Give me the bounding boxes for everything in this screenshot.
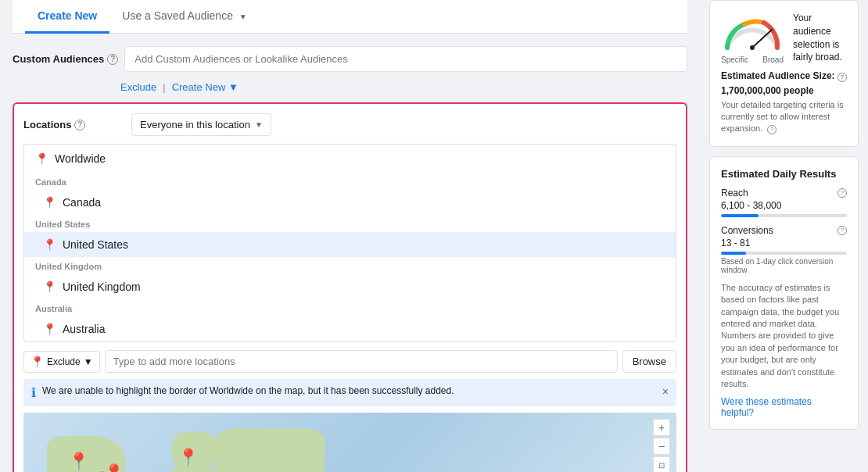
- reach-value: 6,100 - 38,000: [721, 200, 847, 211]
- locations-header: Locations ? Everyone in this location ▼: [23, 113, 676, 136]
- results-card: Estimated Daily Results Reach ? 6,100 - …: [709, 156, 859, 431]
- conversions-metric: Conversions ? 13 - 81 Based on 1-day cli…: [721, 225, 847, 274]
- worldwide-pin-icon: 📍: [35, 152, 48, 165]
- reach-progress-fill: [721, 214, 759, 217]
- svg-point-1: [750, 45, 755, 50]
- us-group-label: United States: [24, 215, 676, 232]
- gauge-description: Your audience selection is fairly broad.: [793, 12, 847, 64]
- locations-label: Locations ?: [23, 119, 125, 131]
- canada-pin-icon: 📍: [43, 196, 56, 209]
- worldwide-option[interactable]: 📍 Worldwide: [24, 145, 676, 173]
- aus-group-label: Australia: [24, 299, 676, 316]
- aus-group: Australia 📍 Australia: [24, 299, 676, 341]
- exclude-locations-btn[interactable]: 📍 Exclude ▼: [23, 351, 100, 373]
- tab-saved-audience[interactable]: Use a Saved Audience ▼: [109, 0, 259, 34]
- aus-pin-icon: 📍: [43, 323, 56, 335]
- uk-option[interactable]: 📍 United Kingdom: [24, 274, 676, 299]
- locations-dropdown-list: 📍 Worldwide Canada 📍 Canada United State…: [23, 144, 676, 342]
- gauge-area: Specific Broad Your audience selection i…: [721, 12, 847, 64]
- reach-label: Reach ?: [721, 188, 847, 198]
- create-new-link[interactable]: Create New ▼: [172, 81, 239, 93]
- helpful-link[interactable]: Were these estimates helpful?: [721, 396, 847, 418]
- custom-audiences-input[interactable]: [124, 46, 687, 72]
- gauge-labels: Specific Broad: [721, 55, 784, 64]
- custom-audiences-label: Custom Audiences ?: [13, 53, 118, 65]
- tab-bar: Create New Use a Saved Audience ▼: [13, 0, 687, 34]
- canada-group-label: Canada: [24, 173, 676, 190]
- conversions-info-icon[interactable]: ?: [838, 226, 847, 235]
- audience-size-value: 1,700,000,000 people: [721, 85, 847, 96]
- location-dropdown[interactable]: Everyone in this location ▼: [131, 113, 271, 136]
- map-reset-button[interactable]: ⊡: [653, 456, 670, 472]
- gauge-card: Specific Broad Your audience selection i…: [709, 0, 859, 147]
- browse-button[interactable]: Browse: [622, 350, 676, 373]
- exclude-btn-arrow: ▼: [84, 356, 93, 367]
- map-background: 📍 📍 📍 📍 + − ⊡ 📍 Drop Pin ©: [23, 413, 676, 472]
- audience-size-title: Estimated Audience Size: ?: [721, 70, 847, 82]
- right-panel: Specific Broad Your audience selection i…: [700, 0, 868, 472]
- custom-audiences-info-icon[interactable]: ?: [107, 54, 118, 65]
- map-controls: + − ⊡: [653, 419, 670, 472]
- info-bar-icon: ℹ: [31, 385, 36, 400]
- accuracy-note: The accuracy of estimates is based on fa…: [721, 282, 847, 391]
- gauge-svg: [721, 13, 784, 54]
- expansion-info-icon[interactable]: ?: [767, 125, 777, 134]
- tab-create-new[interactable]: Create New: [25, 0, 109, 34]
- custom-audiences-row: Custom Audiences ?: [13, 46, 687, 72]
- conversion-note: Based on 1-day click conversion window: [721, 257, 847, 274]
- uk-group-label: United Kingdom: [24, 257, 676, 274]
- map-zoom-in-button[interactable]: +: [653, 419, 670, 436]
- us-pin-icon: 📍: [43, 238, 56, 251]
- uk-group: United Kingdom 📍 United Kingdom: [24, 257, 676, 299]
- create-new-arrow-icon: ▼: [228, 81, 239, 93]
- conversions-progress-bar: [721, 252, 847, 255]
- map-zoom-out-button[interactable]: −: [653, 438, 670, 455]
- canada-option[interactable]: 📍 Canada: [24, 190, 676, 215]
- add-locations-row: 📍 Exclude ▼ Browse: [23, 350, 676, 373]
- conversions-value: 13 - 81: [721, 238, 847, 249]
- audience-size-section: Estimated Audience Size: ? 1,700,000,000…: [721, 70, 847, 135]
- conversions-label: Conversions ?: [721, 225, 847, 236]
- us-option[interactable]: 📍 United States: [24, 232, 676, 257]
- reach-progress-bar: [721, 214, 847, 217]
- canada-group: Canada 📍 Canada: [24, 173, 676, 215]
- map-pin-us2: 📍: [103, 463, 124, 472]
- us-group: United States 📍 United States: [24, 215, 676, 257]
- locations-section: Locations ? Everyone in this location ▼ …: [13, 102, 687, 472]
- dropdown-arrow-icon: ▼: [255, 120, 263, 129]
- audience-size-description: Your detailed targeting criteria is curr…: [721, 99, 847, 135]
- results-title: Estimated Daily Results: [721, 168, 847, 180]
- asia-shape: [215, 428, 325, 472]
- reach-info-icon[interactable]: ?: [838, 188, 847, 198]
- aus-option[interactable]: 📍 Australia: [24, 316, 676, 341]
- locations-info-icon[interactable]: ?: [74, 120, 85, 131]
- info-bar: ℹ We are unable to highlight the border …: [23, 379, 676, 406]
- exclude-pin-icon: 📍: [30, 356, 44, 368]
- conversions-progress-fill: [721, 252, 746, 255]
- uk-pin-icon: 📍: [43, 281, 56, 293]
- audience-size-info-icon[interactable]: ?: [838, 73, 847, 82]
- info-bar-close-icon[interactable]: ×: [662, 385, 669, 398]
- exclude-create-row: Exclude | Create New ▼: [13, 81, 687, 93]
- exclude-link[interactable]: Exclude: [120, 81, 156, 93]
- reach-metric: Reach ? 6,100 - 38,000: [721, 188, 847, 217]
- map-pin-europe: 📍: [178, 448, 199, 468]
- map-pin-canada: 📍: [68, 452, 89, 472]
- add-location-input[interactable]: [105, 350, 618, 373]
- tab-arrow-icon: ▼: [239, 13, 247, 21]
- map-container[interactable]: 📍 📍 📍 📍 + − ⊡ 📍 Drop Pin ©: [23, 413, 676, 472]
